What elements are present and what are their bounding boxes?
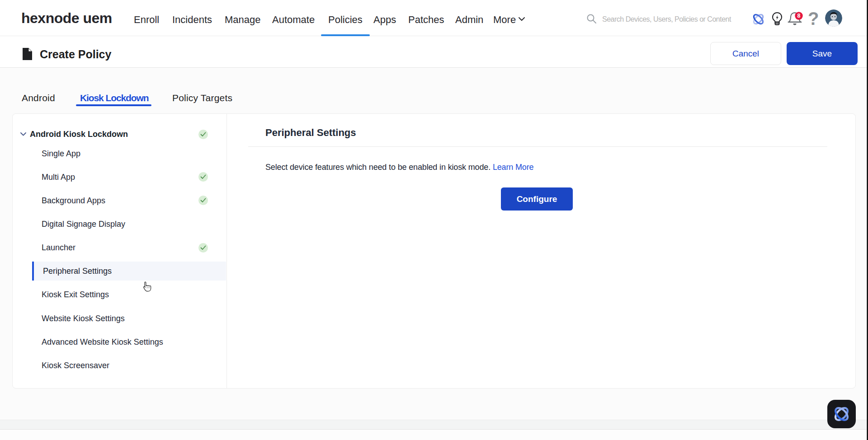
svg-text:8: 8 [797, 13, 801, 19]
